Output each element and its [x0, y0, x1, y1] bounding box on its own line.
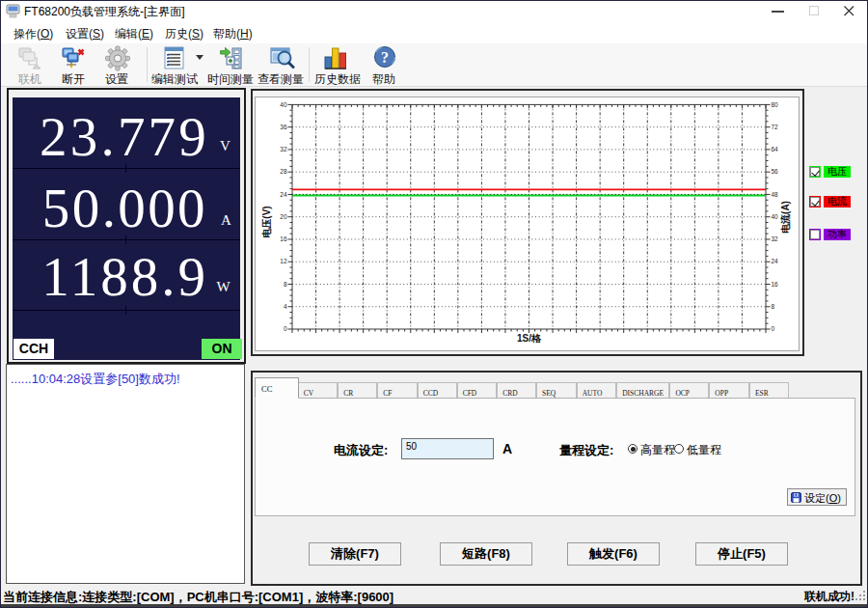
svg-text:?: ? — [381, 49, 389, 66]
svg-text:80: 80 — [772, 101, 779, 108]
svg-text:56: 56 — [772, 168, 779, 175]
svg-text:1S/格: 1S/格 — [517, 333, 542, 344]
svg-text:24: 24 — [772, 258, 779, 264]
svg-text:28: 28 — [280, 168, 287, 175]
svg-text:8: 8 — [284, 281, 287, 288]
svg-text:电流(A): 电流(A) — [780, 201, 791, 234]
svg-text:0: 0 — [284, 325, 287, 332]
svg-text:36: 36 — [280, 124, 287, 130]
svg-text:32: 32 — [280, 146, 287, 152]
svg-text:16: 16 — [772, 281, 779, 288]
svg-text:电压(V): 电压(V) — [261, 206, 272, 237]
svg-text:20: 20 — [280, 213, 287, 220]
svg-text:72: 72 — [772, 124, 779, 130]
svg-text:40: 40 — [280, 101, 287, 108]
svg-text:32: 32 — [772, 235, 779, 242]
svg-text:4: 4 — [284, 303, 287, 310]
svg-text:8: 8 — [772, 303, 775, 310]
svg-text:40: 40 — [772, 213, 779, 220]
svg-text:24: 24 — [280, 191, 287, 198]
svg-text:16: 16 — [280, 235, 287, 242]
svg-text:12: 12 — [280, 258, 287, 264]
svg-text:48: 48 — [772, 191, 779, 198]
svg-text:0: 0 — [772, 325, 775, 332]
svg-text:64: 64 — [772, 146, 779, 152]
